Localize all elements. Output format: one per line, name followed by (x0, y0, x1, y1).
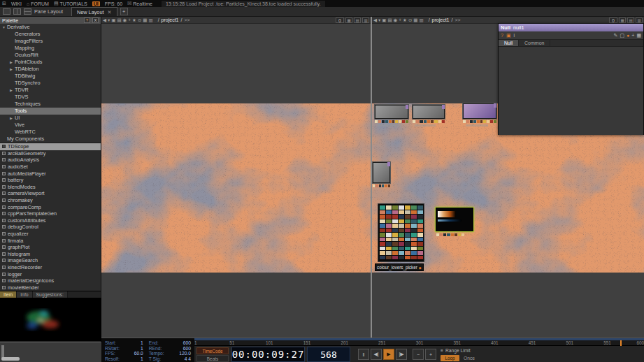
color-swatch[interactable] (405, 247, 410, 251)
color-swatch[interactable] (399, 238, 404, 242)
back-icon[interactable]: ◀ (373, 17, 377, 23)
palette-tree-item-ui[interactable]: ▶UI (0, 115, 101, 122)
expand-icon[interactable]: ▶ (10, 66, 15, 73)
expand-icon[interactable]: ▶ (10, 87, 15, 94)
top-operator-node[interactable] (413, 105, 445, 119)
plus-icon[interactable]: + (399, 17, 401, 23)
field-value[interactable]: 600 (183, 340, 191, 346)
color-swatch[interactable] (417, 229, 423, 233)
color-swatch[interactable] (399, 215, 404, 219)
palette-tab-item[interactable]: Item (0, 291, 17, 298)
palette-tree-item-my-components[interactable]: My Components (0, 136, 101, 143)
palette-tree-item-imagefilters[interactable]: ImageFilters (0, 38, 101, 45)
colour-lovers-picker-node[interactable] (378, 203, 424, 262)
target-icon[interactable]: ◉ (123, 17, 127, 23)
color-swatch[interactable] (399, 247, 404, 251)
color-swatch[interactable] (392, 251, 398, 255)
color-swatch[interactable] (380, 256, 385, 260)
field-value[interactable]: 1 (141, 340, 143, 346)
palette-tree-item-webrtc[interactable]: WebRTC (0, 129, 101, 136)
color-swatch[interactable] (405, 210, 410, 215)
palette-component-materialDesignIcons[interactable]: materialDesignIcons (0, 277, 101, 284)
color-swatch[interactable] (411, 210, 417, 215)
node-flag-icon[interactable]: ◆ (419, 266, 422, 270)
palette-component-TDScope[interactable]: TDScope (0, 143, 101, 150)
color-swatch[interactable] (380, 219, 385, 224)
dropdown-icon[interactable]: ▾ (108, 17, 110, 23)
play-button[interactable]: ▶ (383, 349, 394, 360)
palette-component-battery[interactable]: battery (0, 177, 101, 184)
pane-cols-option-icon[interactable]: ▥ (362, 17, 369, 23)
pane-depth-value[interactable]: 0 (336, 17, 344, 23)
plus-icon[interactable]: + (128, 17, 131, 23)
color-swatch[interactable] (380, 224, 385, 228)
realtime-toggle[interactable]: ☒ Realtime (127, 1, 152, 6)
step-back-button[interactable]: ◀| (371, 349, 382, 360)
color-swatch[interactable] (405, 251, 410, 255)
palette-component-cppParsTemplateGen[interactable]: cppParsTemplateGen (0, 210, 101, 217)
param-node-name[interactable]: null1 (513, 24, 524, 31)
palette-tree-item-derivative[interactable]: ▼Derivative (0, 24, 101, 31)
color-swatch[interactable] (411, 256, 417, 260)
layout-tab-new-layout[interactable]: New Layout ✕ (71, 7, 117, 16)
pane-grab-tab[interactable] (1, 357, 20, 361)
color-swatch[interactable] (386, 238, 392, 242)
color-swatch[interactable] (399, 256, 404, 260)
color-swatch[interactable] (399, 242, 404, 246)
palette-component-histogram[interactable]: histogram (0, 251, 101, 258)
once-button[interactable]: Once (464, 356, 475, 361)
pane-split-horizontal-icon[interactable] (24, 8, 31, 15)
palette-component-movieBlender[interactable]: movieBlender (0, 284, 101, 291)
palette-tree-item-techniques[interactable]: Techniques (0, 101, 101, 108)
playhead[interactable] (620, 340, 622, 346)
palette-tree-item-tools[interactable]: Tools (0, 108, 101, 115)
color-swatch[interactable] (405, 224, 410, 228)
color-swatch[interactable] (411, 219, 417, 224)
expand-icon[interactable]: ▶ (10, 115, 15, 122)
zoom-in-button[interactable]: + (425, 349, 436, 360)
pane-depth-value[interactable]: 0 (609, 17, 617, 23)
color-swatch[interactable] (386, 205, 392, 210)
palette-tree-item-tdbitwig[interactable]: TDBitwig (0, 73, 101, 80)
palette-component-compareComp[interactable]: compareComp (0, 203, 101, 210)
palette-tree-item-generators[interactable]: Generators (0, 31, 101, 38)
color-swatch[interactable] (386, 242, 392, 246)
color-swatch[interactable] (405, 219, 410, 224)
color-swatch[interactable] (417, 205, 423, 210)
loop-button[interactable]: Loop (441, 355, 459, 361)
step-forward-button[interactable]: |▶ (396, 349, 407, 360)
comment-icon[interactable]: ▢ (620, 33, 624, 38)
path-project1[interactable]: project1 (162, 17, 179, 22)
color-swatch[interactable] (411, 238, 417, 242)
palette-tab-info[interactable]: Info (17, 291, 32, 298)
palette-tree-item-oculusrift[interactable]: OculusRift (0, 52, 101, 59)
color-swatch[interactable] (386, 247, 392, 251)
cols-icon[interactable]: ▥ (419, 17, 423, 23)
color-swatch[interactable] (399, 233, 404, 237)
top-operator-node[interactable] (375, 105, 408, 119)
path-expand-button[interactable]: >> (184, 17, 189, 22)
palette-help-button[interactable]: ? (84, 17, 90, 23)
star-icon[interactable]: ★ (132, 17, 136, 23)
zoom-out-button[interactable]: − (413, 349, 424, 360)
palette-component-blendModes[interactable]: blendModes (0, 184, 101, 191)
color-swatch[interactable] (417, 256, 423, 260)
menu-tutorials[interactable]: ▤ TUTORIALS (54, 1, 87, 6)
component-preview[interactable] (0, 298, 101, 341)
network-pane-left[interactable]: ◀▾▣▤◉+★⊙▦▥ / project1 / >> 0 ▦ ▤ ▥ (101, 17, 371, 338)
color-swatch[interactable] (417, 247, 423, 251)
field-value[interactable]: 120.0 (179, 351, 191, 356)
color-swatch[interactable] (417, 210, 423, 215)
color-swatch[interactable] (417, 233, 423, 237)
color-swatch[interactable] (399, 229, 404, 233)
ui-mode-badge[interactable]: UI (92, 1, 100, 6)
color-swatch[interactable] (392, 256, 398, 260)
color-swatch[interactable] (405, 238, 410, 242)
color-swatch[interactable] (380, 242, 385, 246)
palette-component-audioSet[interactable]: audioSet (0, 164, 101, 171)
color-swatch[interactable] (411, 229, 417, 233)
beats-mode-button[interactable]: Beats (196, 355, 229, 362)
palette-tree-item-pointclouds[interactable]: ▶PointClouds (0, 59, 101, 66)
palette-tree-item-tdsynchro[interactable]: TDSynchro (0, 80, 101, 87)
color-swatch[interactable] (417, 224, 423, 228)
